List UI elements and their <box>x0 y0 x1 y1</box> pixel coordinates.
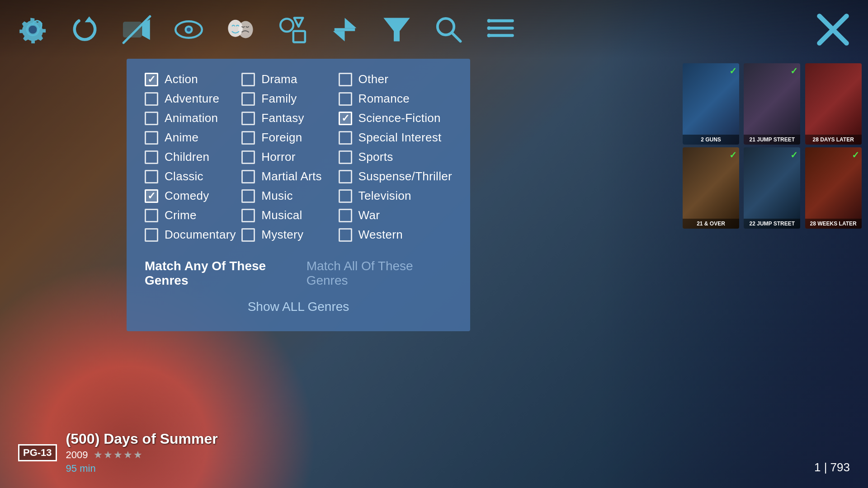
genre-label: Adventure <box>165 92 219 106</box>
page-count: 1 | 793 <box>814 460 850 474</box>
genre-checkbox[interactable] <box>145 189 158 203</box>
filter-direction-icon[interactable] <box>330 15 359 44</box>
movie-title: (500) Days of Summer <box>66 431 218 447</box>
movie-card-0[interactable]: ✓2 GUNS <box>683 63 739 145</box>
genre-label: Western <box>359 228 403 242</box>
svg-marker-14 <box>333 31 345 41</box>
svg-rect-11 <box>293 31 305 42</box>
movie-checkmark: ✓ <box>790 150 798 160</box>
genre-checkbox[interactable] <box>241 73 255 86</box>
close-icon[interactable] <box>816 13 850 47</box>
genre-label: Action <box>165 72 198 86</box>
genre-item-television[interactable]: Television <box>339 189 452 203</box>
genre-label: Other <box>359 72 389 86</box>
video-slash-icon[interactable] <box>122 15 151 44</box>
genre-item-war[interactable]: War <box>339 208 452 222</box>
movie-card-4[interactable]: ✓22 JUMP STREET <box>744 147 800 229</box>
genre-checkbox[interactable] <box>339 170 352 183</box>
eye-icon[interactable] <box>174 15 203 44</box>
genre-item-martial-arts[interactable]: Martial Arts <box>241 169 334 183</box>
list-icon[interactable] <box>486 15 515 44</box>
genre-item-crime[interactable]: Crime <box>145 208 237 222</box>
genre-checkbox[interactable] <box>145 112 158 125</box>
match-any-button[interactable]: Match Any Of These Genres <box>145 255 307 291</box>
genre-item-romance[interactable]: Romance <box>339 92 452 106</box>
svg-marker-12 <box>294 18 303 27</box>
genre-checkbox[interactable] <box>145 92 158 106</box>
movie-card-3[interactable]: ✓21 & OVER <box>683 147 739 229</box>
genre-checkbox[interactable] <box>339 73 352 86</box>
genre-label: Horror <box>261 150 295 164</box>
movie-card-1[interactable]: ✓21 JUMP STREET <box>744 63 800 145</box>
genre-item-children[interactable]: Children <box>145 150 237 164</box>
genre-checkbox[interactable] <box>145 73 158 86</box>
genre-checkbox[interactable] <box>241 112 255 125</box>
genre-checkbox[interactable] <box>145 150 158 164</box>
movie-card-2[interactable]: 28 DAYS LATER <box>805 63 862 145</box>
match-all-button[interactable]: Match All Of These Genres <box>307 255 452 291</box>
genre-item-action[interactable]: Action <box>145 72 237 86</box>
genre-checkbox[interactable] <box>241 92 255 106</box>
genre-label: Fantasy <box>261 111 304 125</box>
genre-checkbox[interactable] <box>241 209 255 222</box>
genre-label: Special Interest <box>359 131 442 145</box>
genre-checkbox[interactable] <box>339 209 352 222</box>
genre-item-sports[interactable]: Sports <box>339 150 452 164</box>
svg-point-22 <box>487 19 491 23</box>
genre-label: Foreign <box>261 131 302 145</box>
bottom-info: PG-13 (500) Days of Summer 2009 ★★★★★ 95… <box>18 431 218 474</box>
search-icon[interactable] <box>434 15 463 44</box>
theater-masks-icon[interactable] <box>226 15 255 44</box>
genre-item-mystery[interactable]: Mystery <box>241 228 334 242</box>
shapes-icon[interactable] <box>278 15 307 44</box>
movie-card-title: 21 & OVER <box>683 219 739 229</box>
gear-icon[interactable] <box>18 15 47 44</box>
refresh-icon[interactable] <box>70 15 99 44</box>
genre-item-drama[interactable]: Drama <box>241 72 334 86</box>
genre-label: Documentary <box>165 228 236 242</box>
genre-item-science-fiction[interactable]: Science-Fiction <box>339 111 452 125</box>
genre-label: Animation <box>165 111 218 125</box>
genre-checkbox[interactable] <box>339 189 352 203</box>
genre-checkbox[interactable] <box>339 228 352 242</box>
genre-label: Sports <box>359 150 393 164</box>
genre-checkbox[interactable] <box>145 170 158 183</box>
genre-item-other[interactable]: Other <box>339 72 452 86</box>
genre-item-suspense-thriller[interactable]: Suspense/Thriller <box>339 169 452 183</box>
genre-checkbox[interactable] <box>241 189 255 203</box>
genre-item-western[interactable]: Western <box>339 228 452 242</box>
genre-item-horror[interactable]: Horror <box>241 150 334 164</box>
genre-item-fantasy[interactable]: Fantasy <box>241 111 334 125</box>
genre-label: Drama <box>261 72 297 86</box>
genre-checkbox[interactable] <box>145 131 158 145</box>
genre-label: Musical <box>261 208 302 222</box>
genre-item-classic[interactable]: Classic <box>145 169 237 183</box>
genre-item-animation[interactable]: Animation <box>145 111 237 125</box>
funnel-icon[interactable] <box>382 15 411 44</box>
genre-label: Martial Arts <box>261 169 322 183</box>
genre-item-comedy[interactable]: Comedy <box>145 189 237 203</box>
movie-checkmark: ✓ <box>729 150 737 160</box>
genre-checkbox[interactable] <box>339 92 352 106</box>
genre-checkbox[interactable] <box>241 170 255 183</box>
genre-item-documentary[interactable]: Documentary <box>145 228 237 242</box>
genre-checkbox[interactable] <box>339 112 352 125</box>
genre-item-anime[interactable]: Anime <box>145 131 237 145</box>
genre-item-foreign[interactable]: Foreign <box>241 131 334 145</box>
genre-checkbox[interactable] <box>145 228 158 242</box>
genre-checkbox[interactable] <box>145 209 158 222</box>
genre-item-musical[interactable]: Musical <box>241 208 334 222</box>
genre-checkbox[interactable] <box>339 150 352 164</box>
movie-card-title: 2 GUNS <box>683 135 739 145</box>
genre-item-music[interactable]: Music <box>241 189 334 203</box>
genre-checkbox[interactable] <box>241 228 255 242</box>
genre-panel: ActionDramaOtherAdventureFamilyRomanceAn… <box>127 59 470 331</box>
movie-card-5[interactable]: ✓28 WEEKS LATER <box>805 147 862 229</box>
show-all-button[interactable]: Show ALL Genres <box>145 296 452 318</box>
genre-checkbox[interactable] <box>339 131 352 145</box>
genre-item-family[interactable]: Family <box>241 92 334 106</box>
genre-checkbox[interactable] <box>241 131 255 145</box>
genre-checkbox[interactable] <box>241 150 255 164</box>
genre-item-special-interest[interactable]: Special Interest <box>339 131 452 145</box>
genre-item-adventure[interactable]: Adventure <box>145 92 237 106</box>
